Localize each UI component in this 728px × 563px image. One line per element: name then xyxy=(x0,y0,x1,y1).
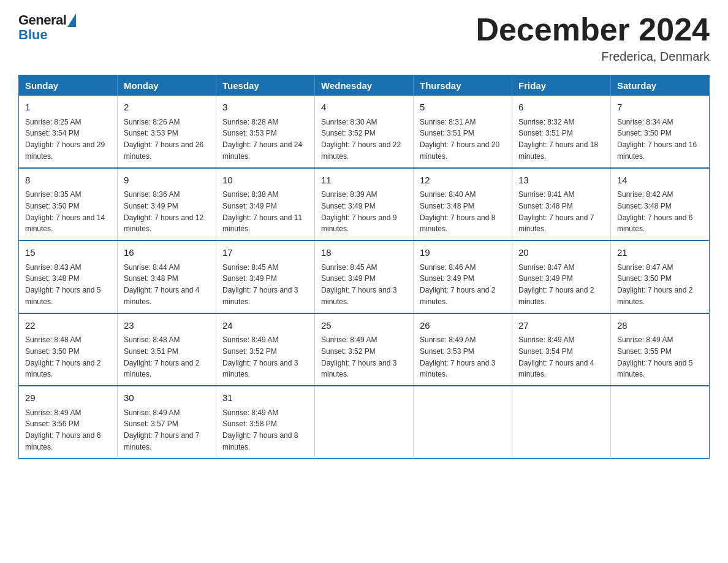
day-info: Sunrise: 8:38 AMSunset: 3:49 PMDaylight:… xyxy=(222,190,302,233)
day-info: Sunrise: 8:40 AMSunset: 3:48 PMDaylight:… xyxy=(420,190,495,233)
calendar-week-3: 15 Sunrise: 8:43 AMSunset: 3:48 PMDaylig… xyxy=(19,240,710,313)
day-info: Sunrise: 8:28 AMSunset: 3:53 PMDaylight:… xyxy=(222,118,302,161)
day-info: Sunrise: 8:46 AMSunset: 3:49 PMDaylight:… xyxy=(420,263,495,306)
calendar-cell: 7 Sunrise: 8:34 AMSunset: 3:50 PMDayligh… xyxy=(611,96,710,168)
calendar-header: SundayMondayTuesdayWednesdayThursdayFrid… xyxy=(19,75,710,96)
day-info: Sunrise: 8:45 AMSunset: 3:49 PMDaylight:… xyxy=(321,263,396,306)
calendar-week-1: 1 Sunrise: 8:25 AMSunset: 3:54 PMDayligh… xyxy=(19,96,710,168)
day-info: Sunrise: 8:49 AMSunset: 3:57 PMDaylight:… xyxy=(124,408,199,451)
calendar-cell: 18 Sunrise: 8:45 AMSunset: 3:49 PMDaylig… xyxy=(315,240,414,313)
title-area: December 2024 Frederica, Denmark xyxy=(476,12,710,64)
day-number: 21 xyxy=(617,246,703,260)
day-number: 23 xyxy=(124,319,210,333)
day-number: 28 xyxy=(617,319,703,333)
calendar-week-5: 29 Sunrise: 8:49 AMSunset: 3:56 PMDaylig… xyxy=(19,386,710,458)
calendar-cell: 5 Sunrise: 8:31 AMSunset: 3:51 PMDayligh… xyxy=(414,96,512,168)
day-info: Sunrise: 8:41 AMSunset: 3:48 PMDaylight:… xyxy=(518,190,594,233)
calendar-cell: 24 Sunrise: 8:49 AMSunset: 3:52 PMDaylig… xyxy=(216,313,315,386)
day-info: Sunrise: 8:49 AMSunset: 3:56 PMDaylight:… xyxy=(25,408,100,451)
day-of-week-monday: Monday xyxy=(118,75,216,96)
day-number: 7 xyxy=(617,101,703,115)
day-info: Sunrise: 8:48 AMSunset: 3:51 PMDaylight:… xyxy=(124,335,199,378)
day-number: 1 xyxy=(25,101,111,115)
calendar-cell xyxy=(414,386,512,458)
day-number: 18 xyxy=(321,246,407,260)
day-number: 14 xyxy=(617,174,703,188)
day-info: Sunrise: 8:35 AMSunset: 3:50 PMDaylight:… xyxy=(25,190,105,233)
calendar-cell: 23 Sunrise: 8:48 AMSunset: 3:51 PMDaylig… xyxy=(118,313,216,386)
calendar-body: 1 Sunrise: 8:25 AMSunset: 3:54 PMDayligh… xyxy=(19,96,710,458)
calendar-cell: 22 Sunrise: 8:48 AMSunset: 3:50 PMDaylig… xyxy=(19,313,118,386)
day-of-week-sunday: Sunday xyxy=(19,75,118,96)
calendar-cell: 16 Sunrise: 8:44 AMSunset: 3:48 PMDaylig… xyxy=(118,240,216,313)
day-info: Sunrise: 8:43 AMSunset: 3:48 PMDaylight:… xyxy=(25,263,100,306)
day-number: 26 xyxy=(420,319,506,333)
day-number: 5 xyxy=(420,101,506,115)
calendar-cell: 31 Sunrise: 8:49 AMSunset: 3:58 PMDaylig… xyxy=(216,386,315,458)
calendar-cell: 21 Sunrise: 8:47 AMSunset: 3:50 PMDaylig… xyxy=(611,240,710,313)
day-info: Sunrise: 8:49 AMSunset: 3:53 PMDaylight:… xyxy=(420,335,495,378)
calendar-cell: 1 Sunrise: 8:25 AMSunset: 3:54 PMDayligh… xyxy=(19,96,118,168)
calendar-cell: 6 Sunrise: 8:32 AMSunset: 3:51 PMDayligh… xyxy=(512,96,611,168)
logo-triangle-icon xyxy=(67,13,76,27)
calendar-cell: 11 Sunrise: 8:39 AMSunset: 3:49 PMDaylig… xyxy=(315,168,414,241)
day-of-week-wednesday: Wednesday xyxy=(315,75,414,96)
calendar-cell: 3 Sunrise: 8:28 AMSunset: 3:53 PMDayligh… xyxy=(216,96,315,168)
day-number: 31 xyxy=(222,391,308,405)
calendar-cell: 9 Sunrise: 8:36 AMSunset: 3:49 PMDayligh… xyxy=(118,168,216,241)
day-header-row: SundayMondayTuesdayWednesdayThursdayFrid… xyxy=(19,75,710,96)
day-info: Sunrise: 8:39 AMSunset: 3:49 PMDaylight:… xyxy=(321,190,396,233)
day-info: Sunrise: 8:36 AMSunset: 3:49 PMDaylight:… xyxy=(124,190,203,233)
calendar-cell: 8 Sunrise: 8:35 AMSunset: 3:50 PMDayligh… xyxy=(19,168,118,241)
day-info: Sunrise: 8:47 AMSunset: 3:50 PMDaylight:… xyxy=(617,263,692,306)
day-info: Sunrise: 8:49 AMSunset: 3:52 PMDaylight:… xyxy=(321,335,396,378)
day-info: Sunrise: 8:49 AMSunset: 3:52 PMDaylight:… xyxy=(222,335,298,378)
calendar-cell: 28 Sunrise: 8:49 AMSunset: 3:55 PMDaylig… xyxy=(611,313,710,386)
calendar-cell: 4 Sunrise: 8:30 AMSunset: 3:52 PMDayligh… xyxy=(315,96,414,168)
day-of-week-friday: Friday xyxy=(512,75,611,96)
calendar-cell: 17 Sunrise: 8:45 AMSunset: 3:49 PMDaylig… xyxy=(216,240,315,313)
day-info: Sunrise: 8:49 AMSunset: 3:55 PMDaylight:… xyxy=(617,335,692,378)
day-info: Sunrise: 8:30 AMSunset: 3:52 PMDaylight:… xyxy=(321,118,401,161)
month-title: December 2024 xyxy=(476,12,710,47)
calendar-cell: 26 Sunrise: 8:49 AMSunset: 3:53 PMDaylig… xyxy=(414,313,512,386)
day-number: 17 xyxy=(222,246,308,260)
day-number: 22 xyxy=(25,319,111,333)
day-number: 2 xyxy=(124,101,210,115)
day-number: 12 xyxy=(420,174,506,188)
day-number: 10 xyxy=(222,174,308,188)
day-info: Sunrise: 8:44 AMSunset: 3:48 PMDaylight:… xyxy=(124,263,199,306)
page-header: General Blue December 2024 Frederica, De… xyxy=(18,12,710,64)
day-number: 30 xyxy=(124,391,210,405)
calendar-cell: 29 Sunrise: 8:49 AMSunset: 3:56 PMDaylig… xyxy=(19,386,118,458)
day-number: 8 xyxy=(25,174,111,188)
calendar-cell: 20 Sunrise: 8:47 AMSunset: 3:49 PMDaylig… xyxy=(512,240,611,313)
calendar-cell: 30 Sunrise: 8:49 AMSunset: 3:57 PMDaylig… xyxy=(118,386,216,458)
calendar-week-2: 8 Sunrise: 8:35 AMSunset: 3:50 PMDayligh… xyxy=(19,168,710,241)
day-info: Sunrise: 8:49 AMSunset: 3:58 PMDaylight:… xyxy=(222,408,298,451)
day-info: Sunrise: 8:42 AMSunset: 3:48 PMDaylight:… xyxy=(617,190,692,233)
day-number: 3 xyxy=(222,101,308,115)
day-number: 15 xyxy=(25,246,111,260)
day-number: 11 xyxy=(321,174,407,188)
day-number: 16 xyxy=(124,246,210,260)
day-number: 19 xyxy=(420,246,506,260)
calendar-cell: 12 Sunrise: 8:40 AMSunset: 3:48 PMDaylig… xyxy=(414,168,512,241)
calendar-cell xyxy=(512,386,611,458)
calendar-cell: 27 Sunrise: 8:49 AMSunset: 3:54 PMDaylig… xyxy=(512,313,611,386)
day-number: 4 xyxy=(321,101,407,115)
day-number: 29 xyxy=(25,391,111,405)
calendar-cell: 2 Sunrise: 8:26 AMSunset: 3:53 PMDayligh… xyxy=(118,96,216,168)
calendar-cell xyxy=(315,386,414,458)
day-number: 25 xyxy=(321,319,407,333)
day-info: Sunrise: 8:49 AMSunset: 3:54 PMDaylight:… xyxy=(518,335,594,378)
day-of-week-tuesday: Tuesday xyxy=(216,75,315,96)
day-info: Sunrise: 8:48 AMSunset: 3:50 PMDaylight:… xyxy=(25,335,100,378)
logo: General Blue xyxy=(18,12,76,43)
day-number: 13 xyxy=(518,174,604,188)
day-info: Sunrise: 8:47 AMSunset: 3:49 PMDaylight:… xyxy=(518,263,594,306)
day-info: Sunrise: 8:32 AMSunset: 3:51 PMDaylight:… xyxy=(518,118,598,161)
day-info: Sunrise: 8:31 AMSunset: 3:51 PMDaylight:… xyxy=(420,118,499,161)
day-of-week-saturday: Saturday xyxy=(611,75,710,96)
logo-blue-text: Blue xyxy=(18,27,48,43)
